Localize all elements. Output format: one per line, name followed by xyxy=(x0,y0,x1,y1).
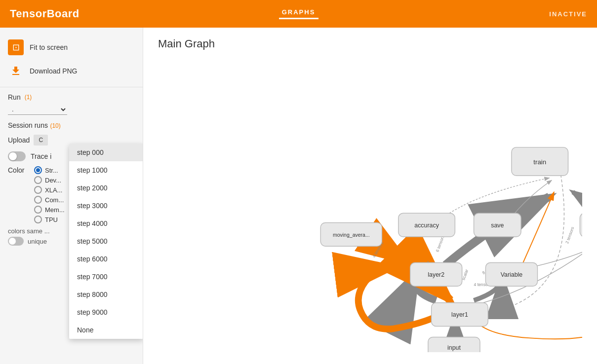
radio-memory xyxy=(34,206,42,214)
radio-xla xyxy=(34,186,42,194)
color-option-structure[interactable]: Str... xyxy=(34,166,65,174)
trace-toggle[interactable] xyxy=(8,151,26,161)
dropdown-item-7[interactable]: step 7000 xyxy=(69,268,143,286)
download-png-label: Download PNG xyxy=(30,67,78,75)
node-accuracy[interactable]: accuracy xyxy=(398,213,455,237)
graphs-tab-label[interactable]: GRAPHS xyxy=(282,8,316,16)
color-options: Str... Dev... XLA... Com... Mem... xyxy=(34,166,65,223)
node-train[interactable]: train xyxy=(512,147,568,176)
dropdown-item-none[interactable]: None xyxy=(69,321,143,339)
radio-compute xyxy=(34,196,42,204)
upload-button[interactable]: C xyxy=(34,135,48,146)
color-device-label: Dev... xyxy=(45,177,61,184)
dropdown-item-8[interactable]: step 8000 xyxy=(69,286,143,303)
edge-variable-loss-thin xyxy=(530,244,582,267)
download-icon xyxy=(8,63,24,79)
dropdown-item-6[interactable]: step 6000 xyxy=(69,250,143,268)
edge-moving-layer2-orange xyxy=(382,242,408,263)
radio-structure xyxy=(34,166,42,174)
header-nav: GRAPHS xyxy=(279,8,318,19)
node-accuracy-label: accuracy xyxy=(414,222,439,229)
edge-label-tensors-7: 2 tensors xyxy=(564,226,575,244)
run-row: Run (1) xyxy=(0,91,143,103)
edge-label-6tensors: 6 tensors xyxy=(435,235,445,253)
radio-tpu xyxy=(34,216,42,223)
color-compute-label: Com... xyxy=(45,196,64,204)
run-select[interactable]: . xyxy=(8,104,67,115)
graph-svg: 4 tensors 4 tensors 7×10 4 tensors 8 ten… xyxy=(158,60,582,352)
color-option-compute[interactable]: Com... xyxy=(34,196,65,204)
node-train-label: train xyxy=(533,158,546,166)
color-label: Color xyxy=(8,166,30,174)
main-graph-title: Main Graph xyxy=(158,37,582,50)
node-layer2[interactable]: layer2 xyxy=(410,263,462,287)
unique-label: unique xyxy=(28,238,47,245)
dropdown-item-1[interactable]: step 1000 xyxy=(69,161,143,179)
session-runs-row: Session runs (10) xyxy=(0,119,143,132)
divider-1 xyxy=(0,87,143,87)
color-option-tpu[interactable]: TPU xyxy=(34,216,65,223)
main-layout: Fit to screen Download PNG Run (1) . Ses… xyxy=(0,28,597,364)
graphs-tab-underline xyxy=(279,18,318,19)
run-count: (1) xyxy=(25,94,32,101)
node-layer1[interactable]: layer1 xyxy=(432,303,488,327)
dropdown-item-2[interactable]: step 2000 xyxy=(69,179,143,197)
node-layer1-label: layer1 xyxy=(451,311,468,318)
node-input[interactable]: input xyxy=(428,337,480,352)
color-option-xla[interactable]: XLA... xyxy=(34,186,65,194)
run-select-container: . xyxy=(0,103,143,119)
color-memory-label: Mem... xyxy=(45,206,65,214)
node-moving-avera-label: moving_avera... xyxy=(333,232,370,238)
upload-label: Upload xyxy=(8,136,30,144)
node-variable-label: Variable xyxy=(501,271,523,278)
color-xla-label: XLA... xyxy=(45,186,62,194)
fit-to-screen-button[interactable]: Fit to screen xyxy=(0,36,143,59)
main-area: Main Graph xyxy=(143,28,597,364)
node-layer2-label: layer2 xyxy=(428,271,444,278)
color-structure-label: Str... xyxy=(45,167,58,174)
node-loss[interactable]: loss xyxy=(580,213,582,237)
fit-to-screen-label: Fit to screen xyxy=(30,43,68,51)
node-save[interactable]: save xyxy=(474,213,521,237)
session-runs-count: (10) xyxy=(50,122,60,129)
node-save-label: save xyxy=(491,222,504,229)
dropdown-item-0[interactable]: step 000 xyxy=(69,144,143,161)
graph-container[interactable]: 4 tensors 4 tensors 7×10 4 tensors 8 ten… xyxy=(158,60,582,352)
dropdown-item-9[interactable]: step 9000 xyxy=(69,303,143,321)
run-label: Run xyxy=(8,93,21,101)
colors-label: colors xyxy=(8,227,25,235)
colors-same-label: same ... xyxy=(27,227,49,235)
app-title: TensorBoard xyxy=(10,7,80,20)
dropdown-item-3[interactable]: step 3000 xyxy=(69,197,143,215)
node-variable[interactable]: Variable xyxy=(485,263,537,287)
trace-label: Trace i xyxy=(31,152,51,160)
radio-device xyxy=(34,176,42,184)
dropdown-item-5[interactable]: step 5000 xyxy=(69,232,143,250)
fit-screen-icon xyxy=(8,39,24,55)
sidebar: Fit to screen Download PNG Run (1) . Ses… xyxy=(0,28,143,364)
inactive-label: INACTIVE xyxy=(549,10,587,18)
dropdown-item-4[interactable]: step 4000 xyxy=(69,215,143,232)
download-png-button[interactable]: Download PNG xyxy=(0,59,143,83)
header: TensorBoard GRAPHS INACTIVE xyxy=(0,0,597,28)
unique-toggle[interactable] xyxy=(8,237,24,246)
color-option-memory[interactable]: Mem... xyxy=(34,206,65,214)
step-dropdown: step 000 step 1000 step 2000 step 3000 s… xyxy=(69,144,143,339)
node-input-label: input xyxy=(447,344,461,351)
session-runs-label: Session runs xyxy=(8,121,48,129)
node-moving-avera[interactable]: moving_avera... xyxy=(320,222,382,246)
color-tpu-label: TPU xyxy=(45,216,58,223)
svg-rect-6 xyxy=(580,213,582,237)
color-option-device[interactable]: Dev... xyxy=(34,176,65,184)
